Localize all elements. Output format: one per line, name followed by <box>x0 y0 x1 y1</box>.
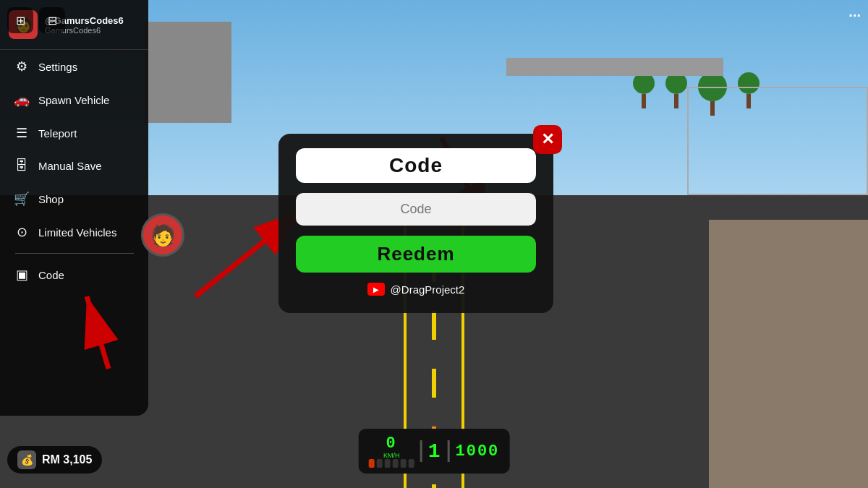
grid-icon: ⊞ <box>16 14 25 27</box>
window-icon-btn[interactable]: ⊟ <box>39 7 65 33</box>
speed-group: 0 KM/H <box>369 435 414 468</box>
code-input-field[interactable] <box>296 193 536 226</box>
sidebar-item-manual-save[interactable]: 🗄 Manual Save <box>0 150 148 182</box>
dialog-title-text: Code <box>389 154 443 176</box>
sidebar-item-spawn-vehicle[interactable]: 🚗 Spawn Vehicle <box>0 83 148 116</box>
settings-icon: ⚙ <box>14 59 30 74</box>
gear-segment <box>393 459 399 468</box>
sidebar-item-label: Code <box>38 269 64 281</box>
sidebar-item-limited-vehicles[interactable]: ⊙ Limited Vehicles <box>0 215 148 249</box>
speed-value: 0 <box>386 435 397 453</box>
ellipsis-icon: ··· <box>848 7 861 23</box>
sidebar-item-label: Teleport <box>38 127 77 140</box>
gear-segment <box>377 459 383 468</box>
sidebar-item-settings[interactable]: ⚙ Settings <box>0 50 148 83</box>
teleport-icon: ☰ <box>14 125 30 141</box>
sidebar-item-label: Manual Save <box>38 160 102 172</box>
speedometer: 0 KM/H 1 1000 <box>359 429 510 474</box>
gear-value: 1 <box>428 440 442 463</box>
sidebar-item-label: Shop <box>38 193 64 205</box>
sidebar-item-shop[interactable]: 🛒 Shop <box>0 182 148 215</box>
youtube-icon: ▶ <box>367 283 385 296</box>
shop-icon: 🛒 <box>14 191 30 207</box>
overpass-bridge <box>506 58 723 76</box>
building <box>145 22 231 123</box>
sidebar-item-label: Limited Vehicles <box>38 226 116 239</box>
tree <box>633 72 655 116</box>
redeem-button[interactable]: Reedem <box>296 236 536 273</box>
hud-divider2 <box>448 440 450 462</box>
creator-handle: @DragProject2 <box>391 283 465 296</box>
hud-divider <box>420 440 422 462</box>
creator-info: ▶ @DragProject2 <box>367 283 465 296</box>
menu-icon-btn[interactable]: ⊞ <box>7 7 33 33</box>
dialog-title: Code <box>296 148 536 183</box>
sidebar-item-teleport[interactable]: ☰ Teleport <box>0 116 148 150</box>
money-display: 💰 RM 3,105 <box>7 446 102 474</box>
code-icon: ▣ <box>14 267 30 283</box>
save-icon: 🗄 <box>14 158 30 174</box>
car-icon: 🚗 <box>14 92 30 108</box>
money-icon: 💰 <box>17 450 36 469</box>
gear-segment <box>401 459 407 468</box>
bottom-hud: 0 KM/H 1 1000 <box>359 429 510 474</box>
sidebar-item-code[interactable]: ▣ Code <box>0 258 148 291</box>
sidebar-divider <box>15 253 134 254</box>
close-icon: ✕ <box>541 130 554 149</box>
close-dialog-button[interactable]: ✕ <box>533 125 562 154</box>
sidebar: 🧑 @GamursCodes6 GamursCodes6 ⚙ Settings … <box>0 0 148 416</box>
fence <box>687 87 868 195</box>
gear-segment <box>385 459 391 468</box>
sidewalk <box>709 220 868 488</box>
gear-segment <box>409 459 414 468</box>
top-right-menu[interactable]: ··· <box>848 7 861 24</box>
code-dialog: ✕ Code Reedem ▶ @DragProject2 <box>278 134 553 313</box>
window-icon: ⊟ <box>48 14 57 27</box>
money-amount: RM 3,105 <box>42 453 92 466</box>
speed-unit: KM/H <box>383 453 400 459</box>
sidebar-item-label: Settings <box>38 61 77 73</box>
gear-bar <box>369 459 414 468</box>
tree <box>665 72 687 116</box>
redeem-label: Reedem <box>377 243 454 265</box>
top-left-icons: ⊞ ⊟ <box>7 7 65 33</box>
player-avatar: 🧑 <box>141 213 184 257</box>
limited-icon: ⊙ <box>14 224 30 240</box>
gear-segment <box>369 459 375 468</box>
rpm-value: 1000 <box>456 442 500 461</box>
sidebar-item-label: Spawn Vehicle <box>38 94 109 106</box>
